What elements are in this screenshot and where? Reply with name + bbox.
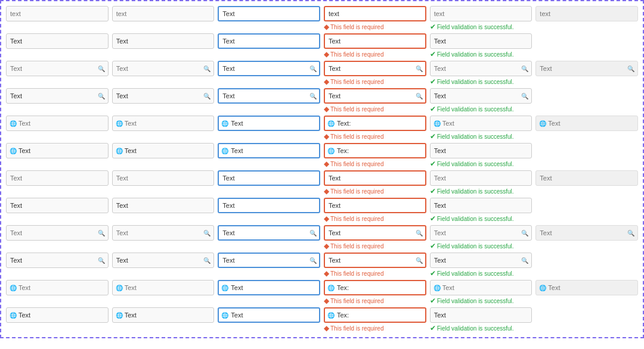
input-field-r0-c2[interactable]	[218, 6, 320, 21]
input-wrap: 🔍	[6, 253, 109, 268]
input-field-r0-c0[interactable]	[6, 6, 109, 21]
input-field-r1-c4[interactable]	[430, 33, 532, 49]
input-wrap: 🌐	[6, 307, 109, 323]
cell-r2-c3: 🔍◆This field is required	[324, 61, 426, 86]
input-field-r7-c4[interactable]	[430, 198, 532, 213]
input-field-r10-c2[interactable]	[218, 280, 320, 295]
input-field-r7-c3[interactable]	[324, 198, 426, 213]
input-field-r5-c0[interactable]	[6, 143, 109, 158]
input-field-r3-c3[interactable]	[324, 88, 426, 104]
success-dot: ✔	[430, 297, 436, 305]
input-field-r5-c4[interactable]	[430, 143, 532, 158]
error-dot: ◆	[324, 77, 329, 86]
input-field-r11-c4[interactable]	[430, 307, 532, 323]
cell-r9-c3: 🔍◆This field is required	[324, 253, 426, 278]
error-message: ◆This field is required	[324, 77, 426, 86]
input-wrap	[430, 33, 532, 49]
input-field-r1-c0[interactable]	[6, 33, 109, 49]
input-field-r5-c2[interactable]	[218, 143, 320, 158]
input-field-r7-c1[interactable]	[112, 198, 215, 213]
input-field-r0-c1[interactable]	[112, 6, 215, 21]
cell-r10-c4: 🌐✔Field validation is successful.	[430, 280, 532, 305]
success-message: ✔Field validation is successful.	[430, 269, 532, 278]
input-field-r2-c1[interactable]	[112, 61, 215, 76]
input-field-r11-c1[interactable]	[112, 307, 215, 323]
input-field-r1-c1[interactable]	[112, 33, 215, 49]
input-field-r0-c3[interactable]	[324, 6, 426, 21]
cell-r2-c4: 🔍✔Field validation is successful.	[430, 61, 532, 86]
success-dot: ✔	[430, 50, 436, 58]
input-field-r7-c2[interactable]	[218, 198, 320, 213]
input-field-r8-c1[interactable]	[112, 225, 215, 241]
input-field-r4-c1[interactable]	[112, 116, 215, 131]
input-field-r1-c3[interactable]	[324, 33, 426, 49]
input-field-r2-c2[interactable]	[218, 61, 320, 76]
input-field-r5-c1[interactable]	[112, 143, 215, 158]
input-field-r0-c4[interactable]	[430, 6, 532, 21]
input-field-r9-c0[interactable]	[6, 253, 109, 268]
error-dot: ◆	[324, 50, 329, 58]
error-dot: ◆	[324, 132, 329, 141]
input-field-r8-c3[interactable]	[324, 225, 426, 241]
input-field-r4-c3[interactable]	[324, 116, 426, 131]
input-field-r11-c0[interactable]	[6, 307, 109, 323]
input-field-r9-c3[interactable]	[324, 253, 426, 268]
input-wrap	[430, 143, 532, 158]
input-field-r2-c0[interactable]	[6, 61, 109, 76]
input-field-r8-c0[interactable]	[6, 225, 109, 241]
success-text: Field validation is successful.	[437, 24, 514, 30]
input-field-r5-c3[interactable]	[324, 143, 426, 158]
input-field-r9-c4[interactable]	[430, 253, 532, 268]
input-field-r10-c0[interactable]	[6, 280, 109, 295]
input-field-r4-c0[interactable]	[6, 116, 109, 131]
input-field-r4-c4[interactable]	[430, 116, 532, 131]
input-field-r6-c4[interactable]	[430, 170, 532, 186]
cell-r4-c1: 🌐	[112, 116, 215, 141]
cell-r6-c4: ✔Field validation is successful.	[430, 170, 532, 195]
cell-r9-c1: 🔍	[112, 253, 215, 278]
input-field-r6-c2[interactable]	[218, 170, 320, 186]
success-dot: ✔	[430, 23, 436, 31]
input-field-r2-c3[interactable]	[324, 61, 426, 76]
input-field-r8-c2[interactable]	[218, 225, 320, 241]
error-dot: ◆	[324, 160, 329, 168]
input-field-r8-c4[interactable]	[430, 225, 532, 241]
input-field-r10-c3[interactable]	[324, 280, 426, 295]
input-field-r9-c1[interactable]	[112, 253, 215, 268]
input-field-r11-c2[interactable]	[218, 307, 320, 323]
input-wrap	[535, 6, 638, 21]
success-message: ✔Field validation is successful.	[430, 105, 532, 113]
input-field-r3-c2[interactable]	[218, 88, 320, 104]
input-field-r1-c2[interactable]	[218, 33, 320, 49]
input-wrap: 🔍	[430, 253, 532, 268]
cell-r11-c1: 🌐	[112, 307, 215, 332]
input-wrap: 🔍	[6, 61, 109, 76]
input-field-r3-c0[interactable]	[6, 88, 109, 104]
input-wrap	[6, 198, 109, 213]
cell-r3-c0: 🔍	[6, 88, 109, 113]
input-wrap: 🌐	[324, 116, 426, 131]
input-wrap: 🔍	[535, 225, 638, 241]
input-field-r11-c3[interactable]	[324, 307, 426, 323]
input-wrap: 🔍	[218, 253, 320, 268]
cell-r5-c1: 🌐	[112, 143, 215, 168]
input-field-r7-c0[interactable]	[6, 198, 109, 213]
input-field-r6-c0[interactable]	[6, 170, 109, 186]
cell-r3-c1: 🔍	[112, 88, 215, 113]
cell-r10-c5: 🌐	[535, 280, 638, 305]
input-field-r6-c3[interactable]	[324, 170, 426, 186]
input-field-r4-c2[interactable]	[218, 116, 320, 131]
success-dot: ✔	[430, 324, 436, 332]
input-field-r2-c4[interactable]	[430, 61, 532, 76]
input-field-r8-c5	[535, 225, 638, 241]
input-field-r3-c4[interactable]	[430, 88, 532, 104]
input-field-r9-c2[interactable]	[218, 253, 320, 268]
input-wrap: 🔍	[430, 61, 532, 76]
input-wrap	[535, 170, 638, 186]
input-field-r10-c4[interactable]	[430, 280, 532, 295]
input-field-r6-c1[interactable]	[112, 170, 215, 186]
input-field-r3-c1[interactable]	[112, 88, 215, 104]
input-field-r10-c1[interactable]	[112, 280, 215, 295]
success-dot: ✔	[430, 105, 436, 113]
error-message: ◆This field is required	[324, 23, 426, 31]
